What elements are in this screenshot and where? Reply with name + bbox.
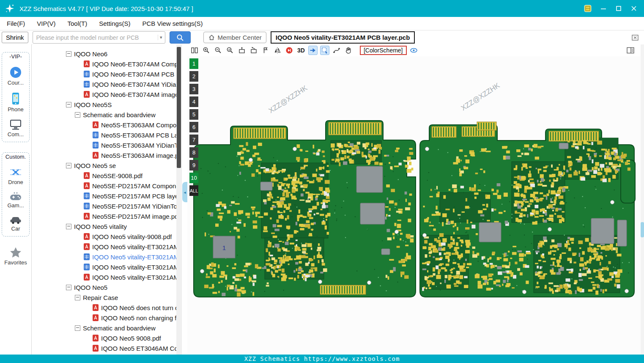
right-panel-toggle-icon[interactable]	[626, 47, 635, 54]
sidebar-item-com[interactable]: Com...	[2, 118, 29, 138]
pcb-canvas[interactable]: 1XZZ@XZZHKXZZ@XZZHK 12345678910ALL	[187, 56, 641, 355]
measure-curve-icon[interactable]	[332, 46, 341, 55]
viewer-scrollbar-thumb[interactable]	[641, 222, 644, 237]
layer-button-9[interactable]: 9	[189, 160, 198, 170]
collapse-toggle-icon[interactable]	[66, 285, 71, 290]
tree-scrollbar[interactable]	[176, 44, 181, 355]
collapse-toggle-icon[interactable]	[75, 112, 80, 118]
tree-item[interactable]: Neo5SE-PD2157AM PCB layer.p	[32, 191, 176, 201]
tree-item[interactable]: IQOO Neo5 vitality-9008.pdf	[32, 231, 176, 242]
tree-item[interactable]: IQOO Neo6-ET3074AM PCB laye	[32, 69, 176, 79]
viewer-scrollbar[interactable]	[641, 44, 644, 355]
close-pane-icon[interactable]	[631, 34, 639, 41]
mirror-horizontal-icon[interactable]	[273, 46, 282, 55]
app-window: XZZ Schematics V4.77 [ VIP Due date: 202…	[0, 0, 644, 363]
sidebar-item-phone[interactable]: Phone	[2, 92, 29, 113]
tree-item[interactable]: Neo5S-ET3063AM YiDianTon	[32, 140, 176, 150]
menu-tool-t[interactable]: Tool(T)	[68, 20, 88, 27]
tree-group[interactable]: IQOO Neo5S	[32, 99, 176, 110]
tree-item[interactable]: IQOO Neo5 9008.pdf	[32, 333, 176, 343]
sidebar-item-cour[interactable]: Cour...	[2, 66, 29, 86]
tree-item[interactable]: IQOO Neo6-ET3074AM YiDianTo	[32, 79, 176, 89]
close-button[interactable]	[630, 5, 637, 12]
area-select-icon[interactable]	[320, 46, 329, 55]
tree-scrollbar-thumb[interactable]	[177, 47, 181, 168]
tree-item[interactable]: IQOO Neo5 vitality-ET3021AM C	[32, 242, 176, 252]
tree-item[interactable]: Neo5S-ET3063AM Componen	[32, 120, 176, 130]
layer-button-7[interactable]: 7	[189, 135, 198, 145]
tree-item[interactable]: IQOO Neo5 vitality-ET3021AM P	[32, 252, 176, 262]
tree-item[interactable]: Neo5S-ET3063AM PCB Layer	[32, 130, 176, 140]
zoom-reset-icon[interactable]	[225, 46, 235, 55]
layer-button-5[interactable]: 5	[189, 109, 198, 120]
collapse-panel-button[interactable]: ◂	[182, 182, 187, 202]
jump-arrow-icon[interactable]	[308, 46, 318, 55]
split-view-icon[interactable]	[190, 46, 199, 55]
collapse-toggle-icon[interactable]	[66, 51, 71, 57]
layer-button-4[interactable]: 4	[189, 96, 198, 107]
tree-item[interactable]: IQOO Neo5 ET3046AM Comp	[32, 343, 176, 353]
layer-button-6[interactable]: 6	[189, 122, 198, 132]
eye-icon[interactable]	[409, 46, 419, 55]
menu-settings-s[interactable]: Settings(S)	[99, 20, 130, 27]
pan-hand-icon[interactable]	[344, 46, 353, 55]
tree-item[interactable]: IQOO Neo6-ET3074AM Compon	[32, 59, 176, 69]
menu-pcb-view-settings-s[interactable]: PCB View settings(S)	[142, 20, 203, 27]
sidebar-item-car[interactable]: Car	[2, 214, 29, 232]
flip-top-icon[interactable]	[237, 46, 247, 55]
layer-button-10[interactable]: 10	[189, 173, 198, 183]
shrink-button[interactable]: Shrink	[2, 32, 28, 43]
tree-group[interactable]: IQOO Neo5 vitality	[32, 221, 176, 231]
sidebar-item-gam[interactable]: Gam...	[2, 191, 29, 209]
sidebar-item-drone[interactable]: Drone	[2, 166, 29, 185]
search-button[interactable]	[170, 31, 191, 44]
document-tab[interactable]: IQOO Neo5 vitality-ET3021AM PCB layer.pc…	[271, 31, 415, 44]
tree-group[interactable]: Schematic and boardview	[32, 323, 176, 333]
tree-item[interactable]: Neo5SE-9008.pdf	[32, 170, 176, 181]
tree-item-label: IQOO Neo5 ET3046AM Comp	[101, 345, 176, 352]
diode-mode-icon[interactable]	[285, 46, 294, 55]
collapse-toggle-icon[interactable]	[66, 102, 71, 107]
tree-item[interactable]: IQOO Neo5 does not turn on	[32, 302, 176, 313]
panel-splitter[interactable]: ◂	[181, 44, 188, 355]
layer-button-8[interactable]: 8	[189, 147, 198, 158]
minimize-button[interactable]	[600, 5, 607, 12]
chevron-down-icon[interactable]: ▾	[158, 35, 162, 40]
zoom-out-icon[interactable]	[214, 46, 223, 55]
collapse-toggle-icon[interactable]	[66, 163, 71, 168]
tree-item[interactable]: IQOO Neo5 vitality-ET3021AM i	[32, 272, 176, 282]
layer-button-3[interactable]: 3	[189, 84, 198, 94]
menu-vip-v[interactable]: VIP(V)	[37, 20, 55, 27]
menu-file-f[interactable]: File(F)	[7, 20, 25, 27]
collapse-toggle-icon[interactable]	[75, 325, 80, 331]
maximize-button[interactable]	[615, 5, 622, 12]
tree-item[interactable]: Neo5SE-PD2157AM YiDianTong	[32, 201, 176, 211]
tree-item[interactable]: Neo5S-ET3063AM image.pdf	[32, 150, 176, 160]
flip-bottom-icon[interactable]	[249, 46, 258, 55]
tree-group[interactable]: IQOO Neo6	[32, 49, 176, 59]
layer-button-1[interactable]: 1	[189, 58, 198, 69]
tree-group[interactable]: Repair Case	[32, 292, 176, 302]
collapse-toggle-icon[interactable]	[75, 295, 80, 300]
tree-group[interactable]: IQOO Neo5	[32, 282, 176, 292]
search-combo[interactable]: ▾	[33, 31, 165, 44]
tree-item[interactable]: IQOO Neo5 non charging fa	[32, 313, 176, 323]
layer-button-2[interactable]: 2	[189, 71, 198, 82]
tree-item[interactable]: IQOO Neo5 vitality-ET3021AM Y	[32, 262, 176, 272]
member-center-button[interactable]: Member Center	[203, 32, 266, 43]
tree-group[interactable]: Schematic and boardview	[32, 110, 176, 120]
collapse-toggle-icon[interactable]	[66, 224, 71, 229]
tree-item[interactable]: Neo5SE-PD2157AM Componen	[32, 181, 176, 191]
sidebar-item-favorites[interactable]: Favorites	[0, 247, 31, 266]
zoom-in-icon[interactable]	[202, 46, 211, 55]
vip-safe-icon[interactable]	[584, 5, 592, 12]
tree-item[interactable]: IQOO Neo6-ET3074AM image.pd	[32, 89, 176, 99]
layer-button-all[interactable]: ALL	[189, 185, 198, 196]
colorscheme-button[interactable]: [ColorScheme]	[360, 46, 407, 55]
flag-pin-icon[interactable]	[261, 46, 270, 55]
3d-view-button[interactable]: 3D	[296, 47, 306, 54]
tree-item[interactable]: Neo5SE-PD2157AM image.pdf	[32, 211, 176, 221]
tree-group[interactable]: IQOO Neo5 se	[32, 160, 176, 170]
search-input[interactable]	[36, 34, 158, 41]
pcb-board-image[interactable]: 1XZZ@XZZHKXZZ@XZZHK	[187, 56, 641, 355]
